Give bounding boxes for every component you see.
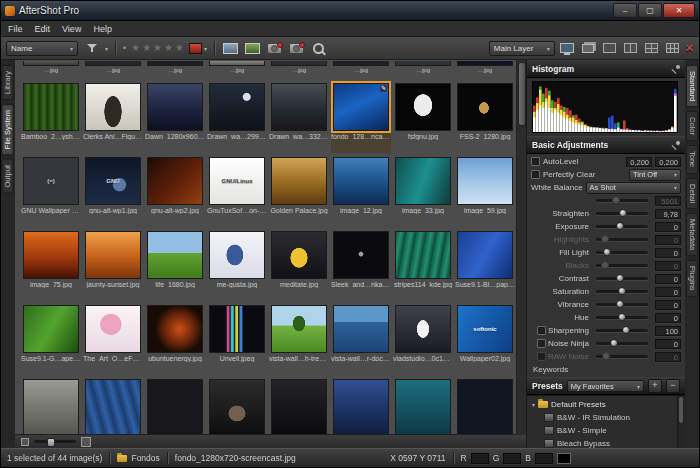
value-box[interactable]: 0 bbox=[655, 248, 681, 258]
preset-item[interactable]: B&W - Simple bbox=[527, 424, 685, 437]
thumbnail-cell[interactable]: vista-wall…h-tree.jpg bbox=[269, 303, 329, 375]
camera-import-button[interactable] bbox=[266, 40, 283, 57]
autolevel-value-high[interactable]: 0,200 bbox=[655, 157, 681, 167]
slider-handle[interactable] bbox=[622, 326, 630, 334]
layout-single-button[interactable] bbox=[601, 40, 618, 57]
thumbnail-cell[interactable]: …jpg bbox=[207, 61, 267, 79]
value-box[interactable]: 0 bbox=[655, 274, 681, 284]
thumbnail-cell[interactable]: vista-wall…r-dock.jpg bbox=[331, 303, 391, 375]
thumbnail-cell[interactable]: Golden Palace.jpg bbox=[269, 155, 329, 227]
perfectly-clear-checkbox[interactable] bbox=[531, 170, 540, 179]
current-folder[interactable]: Fondos bbox=[131, 453, 159, 463]
keywords-row[interactable]: Keywords bbox=[527, 363, 685, 376]
slider[interactable] bbox=[596, 316, 648, 319]
slider-handle[interactable] bbox=[616, 222, 624, 230]
zoom-tool-button[interactable] bbox=[310, 40, 327, 57]
web-gallery-button[interactable] bbox=[244, 40, 261, 57]
menu-file[interactable]: File bbox=[8, 24, 23, 34]
filter-chevron-icon[interactable]: ▾ bbox=[105, 45, 108, 52]
value-box[interactable]: 5001 bbox=[655, 196, 681, 206]
slider[interactable] bbox=[596, 290, 648, 293]
camera-remove-button[interactable] bbox=[288, 40, 305, 57]
close-view-button[interactable]: ✕ bbox=[685, 42, 694, 55]
tab-detail[interactable]: Detail bbox=[686, 178, 698, 209]
slider-handle[interactable] bbox=[601, 235, 609, 243]
thumbnail-cell[interactable]: ubuntuenergy.jpg bbox=[145, 303, 205, 375]
slider[interactable] bbox=[596, 303, 648, 306]
histogram-header[interactable]: Histogram bbox=[527, 60, 685, 78]
pin-icon[interactable] bbox=[671, 65, 680, 74]
preset-item[interactable]: B&W - IR Simulation bbox=[527, 411, 685, 424]
menu-help[interactable]: Help bbox=[93, 24, 112, 34]
pin-icon[interactable] bbox=[671, 141, 680, 150]
rating-dot-icon[interactable]: • bbox=[123, 43, 126, 53]
thumbnail-cell[interactable]: …jpg bbox=[145, 61, 205, 79]
thumbnail-cell[interactable]: vladstudio…0c1024.jpg bbox=[393, 303, 453, 375]
layout-quad-button[interactable] bbox=[643, 40, 660, 57]
star-icon[interactable]: ★ bbox=[142, 43, 151, 53]
slider[interactable] bbox=[596, 277, 648, 280]
autolevel-value-low[interactable]: 0,200 bbox=[626, 157, 652, 167]
value-box[interactable]: 0 bbox=[655, 300, 681, 310]
thumbnail-cell[interactable]: stripes114_kde.jpg bbox=[393, 229, 453, 301]
slider-handle[interactable] bbox=[618, 313, 626, 321]
star-icon[interactable]: ★ bbox=[131, 43, 140, 53]
grid-scrollbar[interactable] bbox=[516, 60, 526, 435]
thumbnail-cell[interactable]: gnu-alt-wp2.jpg bbox=[145, 155, 205, 227]
slider[interactable] bbox=[596, 264, 648, 267]
thumbnail-cell[interactable] bbox=[145, 377, 205, 434]
remove-preset-button[interactable]: − bbox=[666, 379, 680, 393]
slider-handle[interactable] bbox=[618, 287, 626, 295]
thumbnail-cell[interactable]: …jpg bbox=[455, 61, 515, 79]
expander-icon[interactable]: ▾ bbox=[532, 401, 535, 408]
thumbnail-cell[interactable]: Suse9.1-Bl…papers.jpg bbox=[455, 229, 515, 301]
menu-edit[interactable]: Edit bbox=[35, 24, 51, 34]
tab-plugins[interactable]: Plugins bbox=[686, 260, 698, 297]
value-box[interactable]: 0 bbox=[655, 222, 681, 232]
checkbox[interactable] bbox=[537, 339, 546, 348]
slider[interactable] bbox=[596, 251, 648, 254]
thumbnail-cell[interactable]: life_1680.jpg bbox=[145, 229, 205, 301]
thumbnail-cell[interactable]: softonicWallpaper02.jpg bbox=[455, 303, 515, 375]
dual-display-button[interactable] bbox=[559, 40, 576, 57]
thumbnail-cell[interactable]: Bamboo_2…ysha.jpg bbox=[21, 81, 81, 153]
value-box[interactable]: 0 bbox=[655, 235, 681, 245]
slider[interactable] bbox=[596, 212, 648, 215]
thumbnail-cell[interactable]: Sleek_and…nkahn.jpg bbox=[331, 229, 391, 301]
thumbnail-cell[interactable]: (=)GNU Wallpaper 2.jpg bbox=[21, 155, 81, 227]
sort-dropdown[interactable]: Name ▾ bbox=[6, 41, 78, 56]
slider[interactable] bbox=[596, 238, 648, 241]
maximize-button[interactable]: ▢ bbox=[638, 3, 662, 18]
presets-header[interactable]: Presets My Favorites ▾ + − bbox=[527, 377, 685, 395]
slider-handle[interactable] bbox=[602, 352, 610, 360]
thumbnail-cell[interactable]: GNU/LinuxGnuTuxSof…on-v1.jpg bbox=[207, 155, 267, 227]
scrollbar-thumb[interactable] bbox=[518, 62, 526, 126]
minimize-button[interactable]: – bbox=[613, 3, 637, 18]
slider-handle[interactable] bbox=[612, 196, 620, 204]
thumbnail-cell[interactable]: …jpg bbox=[269, 61, 329, 79]
thumbnail-cell[interactable]: Unveil.jpeg bbox=[207, 303, 267, 375]
tab-color[interactable]: Color bbox=[686, 111, 698, 141]
thumbnail-cell[interactable]: image_33.jpg bbox=[393, 155, 453, 227]
new-layer-button[interactable] bbox=[580, 40, 597, 57]
thumbnail-cell[interactable]: Dawn_1280x960.jpg bbox=[145, 81, 205, 153]
thumbnail-cell[interactable]: …jpg bbox=[83, 61, 143, 79]
value-box[interactable]: 9,78 bbox=[655, 209, 681, 219]
slider[interactable] bbox=[596, 225, 648, 228]
favorites-dropdown[interactable]: My Favorites ▾ bbox=[567, 380, 644, 392]
autolevel-checkbox[interactable] bbox=[531, 157, 540, 166]
thumbnail-size-handle[interactable] bbox=[47, 438, 55, 447]
slider[interactable] bbox=[596, 342, 648, 345]
thumbnail-cell[interactable] bbox=[393, 377, 453, 434]
thumbnail-small-icon[interactable] bbox=[21, 438, 29, 446]
checkbox[interactable] bbox=[537, 326, 546, 335]
thumbnail-cell[interactable]: meditate.jpg bbox=[269, 229, 329, 301]
value-box[interactable]: 0 bbox=[655, 313, 681, 323]
tab-output[interactable]: Output bbox=[2, 159, 14, 194]
add-preset-button[interactable]: + bbox=[648, 379, 662, 393]
thumbnail-cell[interactable] bbox=[331, 377, 391, 434]
presets-scrollbar[interactable] bbox=[677, 396, 685, 448]
thumbnail-cell[interactable]: Drawn_wa…299_.jpg bbox=[207, 81, 267, 153]
basic-adjustments-header[interactable]: Basic Adjustments bbox=[527, 136, 685, 154]
slider[interactable] bbox=[596, 199, 648, 202]
